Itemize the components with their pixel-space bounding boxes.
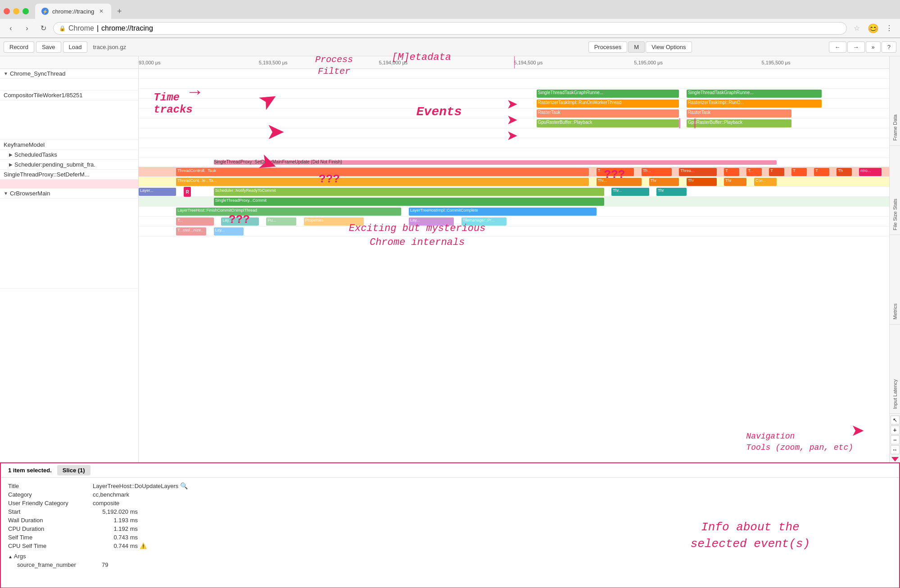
track-name-scheduled[interactable]: ▶ ScheduledTasks <box>0 150 138 160</box>
sidebar-file-size[interactable]: File Size Stats <box>891 146 899 235</box>
event-gpu-1[interactable]: GpuRasterBuffer::Playback <box>537 119 679 127</box>
metadata-button[interactable]: M <box>628 41 645 53</box>
track-name-scheduler[interactable]: ▶ Scheduler:pending_submit_fra. <box>0 160 138 170</box>
zoom-in-tool[interactable]: + <box>891 425 900 434</box>
cursor-tool[interactable]: ↖ <box>891 416 900 425</box>
event-gpu-2[interactable]: GpuRasterBuffer::Playback <box>687 119 791 127</box>
event-t5[interactable]: T <box>791 168 806 176</box>
event-rasterizer-2[interactable]: RasterizerTaskImpl::RunO... <box>687 100 822 108</box>
help-button[interactable]: ? <box>882 41 896 53</box>
event-thr3[interactable]: Thr <box>687 178 717 186</box>
zoom-out-tool[interactable]: − <box>891 435 900 444</box>
record-button[interactable]: Record <box>4 41 34 53</box>
wall-value: 1.193 ms <box>93 517 138 524</box>
processes-button[interactable]: Processes <box>588 41 628 53</box>
event-t1[interactable]: T... <box>597 168 634 176</box>
sidebar-arrow-top <box>891 457 899 461</box>
event-lay2[interactable]: Lay... <box>409 217 454 226</box>
event-singlethread-commit[interactable]: SingleThreadProxy...Commit <box>214 198 604 206</box>
search-icon[interactable]: 🔍 <box>180 482 188 489</box>
info-cpu-self-row: CPU Self Time 0.744 ms ⚠️ <box>8 542 892 550</box>
new-tab-button[interactable]: + <box>113 5 126 18</box>
event-t6[interactable]: T <box>814 168 829 176</box>
event-thr2[interactable]: Thr <box>649 178 679 186</box>
menu-button[interactable]: ⋮ <box>883 22 895 35</box>
time-ruler: 93,000 μs 5,193,500 μs 5,194,000 μs 5,19… <box>139 56 889 69</box>
event-th2[interactable]: Th <box>837 168 851 176</box>
close-button[interactable] <box>4 8 10 14</box>
reload-button[interactable]: ↻ <box>37 22 50 35</box>
track-name-chrome-sync[interactable]: ▼ Chrome_SyncThread <box>0 69 138 79</box>
event-layertree-finish[interactable]: LayerTreeHost::FinishCommitOnImplThread <box>176 208 401 216</box>
track-row-compositor-4: GpuRasterBuffer::Playback GpuRasterBuffe… <box>139 118 889 128</box>
track-name-compositor[interactable]: CompositorTileWorker1/85251 <box>0 90 138 100</box>
active-tab[interactable]: chrome://tracing ✕ <box>35 4 111 19</box>
event-con[interactable]: Con... <box>754 178 777 186</box>
view-options-button[interactable]: View Options <box>646 41 692 53</box>
info-self-row: Self Time 0.743 ms <box>8 533 892 542</box>
event-single-thread-1[interactable]: SingleThreadTaskGraphRunne... <box>537 90 679 98</box>
event-threa[interactable]: Threa... <box>679 168 716 176</box>
event-lay3[interactable]: Lay... <box>214 227 244 235</box>
args-toggle[interactable]: ▲ Args <box>8 553 89 560</box>
timeline-content[interactable]: SingleThreadTaskGraphRunne... SingleThre… <box>139 69 889 462</box>
event-scheduler-notify[interactable]: Scheduler::NotifyReadyToCommit <box>214 188 604 196</box>
event-tilem[interactable]: Tilemanager::Pr... <box>461 217 507 226</box>
event-thr-s2[interactable]: Thr <box>656 188 687 196</box>
event-thr4[interactable]: Thr <box>724 178 746 186</box>
event-contro[interactable]: ntro... <box>859 168 882 176</box>
title-label: Title <box>8 483 89 489</box>
nav-double-right-button[interactable]: » <box>866 41 881 53</box>
forward-button[interactable]: › <box>21 22 33 35</box>
event-pu[interactable]: Pu... <box>266 217 296 226</box>
event-layer-left[interactable]: Layer... <box>139 188 176 196</box>
event-thr1[interactable]: Thr... <box>597 178 642 186</box>
maximize-button[interactable] <box>23 8 29 14</box>
event-tossl[interactable]: T...ossl...nize... <box>176 227 206 235</box>
url-bar[interactable]: 🔒 Chrome | chrome://tracing <box>53 22 847 35</box>
event-t3[interactable]: T... <box>746 168 761 176</box>
event-rastertask-2[interactable]: RasterTask <box>687 109 791 118</box>
sidebar-frame-data[interactable]: Frame Data <box>891 56 899 145</box>
event-prop[interactable]: Properties <box>304 217 364 226</box>
sidebar-input-latency[interactable]: Input Latency <box>891 325 899 414</box>
cpu-label: CPU Duration <box>8 525 89 532</box>
event-lay[interactable]: Lay... <box>221 217 258 226</box>
slice-tab[interactable]: Slice (1) <box>57 465 90 475</box>
self-label: Self Time <box>8 534 89 541</box>
event-t-small1[interactable]: T... <box>176 217 213 226</box>
event-layertree-commit-complete[interactable]: LayerTreeHostImpl::CommitComplete <box>409 208 597 216</box>
timeline-area[interactable]: 93,000 μs 5,193,500 μs 5,194,000 μs 5,19… <box>139 56 889 462</box>
track-name-keyframe[interactable]: KeyframeModel <box>0 140 138 150</box>
event-single-thread-2[interactable]: SingleThreadTaskGraphRunne... <box>687 90 822 98</box>
load-button[interactable]: Load <box>63 41 88 53</box>
tab-close-button[interactable]: ✕ <box>98 8 105 15</box>
sidebar-metrics[interactable]: Metrics <box>891 235 899 324</box>
profile-button[interactable]: 😊 <box>867 22 879 35</box>
filename: trace.json.gz <box>93 44 126 50</box>
info-start-row: Start 5,192.020 ms <box>8 507 892 516</box>
back-button[interactable]: ‹ <box>5 22 17 35</box>
track-name-singlethread-proxy[interactable]: SingleThreadProxy::SetDeferM... <box>0 170 138 180</box>
event-thr-s[interactable]: Thr... <box>611 188 649 196</box>
event-t2[interactable]: T <box>724 168 739 176</box>
track-name-crbrowser[interactable]: ▼ CrBrowserMain <box>0 189 138 199</box>
minimize-button[interactable] <box>13 8 19 14</box>
event-t4[interactable]: T <box>769 168 784 176</box>
event-threadcontrol-1[interactable]: ThreadControll...Task <box>176 168 589 176</box>
bookmark-button[interactable]: ☆ <box>850 22 863 35</box>
event-threadcont-2[interactable]: ThreadCont...le...Ta... <box>176 178 589 186</box>
bottom-tabs: 1 item selected. Slice (1) <box>1 463 899 478</box>
nav-left-button[interactable]: ← <box>829 41 846 53</box>
toolbar-right: Processes M View Options ← → » ? <box>588 41 896 53</box>
nav-tools-container: ↖ + − ↔ <box>890 414 900 456</box>
event-rasterizer-1[interactable]: RasterizerTaskImpl::RunOnWorkerThread <box>537 100 679 108</box>
time-marker-2: 5,194,000 μs <box>379 60 407 65</box>
nav-right-button[interactable]: → <box>847 41 865 53</box>
event-th[interactable]: Th... <box>642 168 672 176</box>
save-button[interactable]: Save <box>36 41 61 53</box>
track-row-keyframe <box>139 128 889 138</box>
event-rastertask-1[interactable]: RasterTask <box>537 109 679 118</box>
pan-tool[interactable]: ↔ <box>891 445 900 454</box>
time-marker-4: 5,195,000 μs <box>634 60 663 65</box>
